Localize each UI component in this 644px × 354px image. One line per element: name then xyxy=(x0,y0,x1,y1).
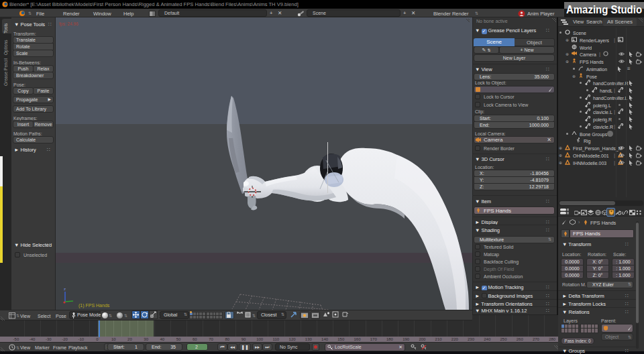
svg-text:(1) FPS Hands: (1) FPS Hands xyxy=(78,303,110,308)
svg-text:z: z xyxy=(64,287,66,291)
